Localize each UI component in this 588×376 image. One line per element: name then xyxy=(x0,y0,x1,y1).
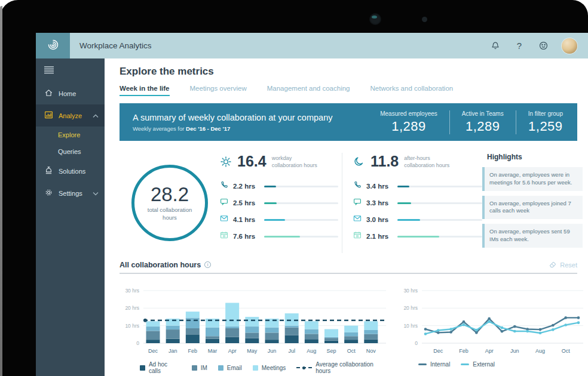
hamburger-menu-icon[interactable] xyxy=(36,58,105,82)
workplace-analytics-logo[interactable] xyxy=(36,33,70,58)
weekly-metrics-row: 28.2 total collaboration hours 16.4 work… xyxy=(120,141,577,258)
im-icon xyxy=(353,198,362,208)
calls-progress-bar xyxy=(264,186,338,187)
legend-internal: Internal xyxy=(418,361,450,368)
legend-ad-hoc-calls: Ad hoc calls xyxy=(140,361,181,374)
workday-email-row: 4.1 hrs xyxy=(220,214,338,225)
highlight-card: On average, employees sent 59 IMs each w… xyxy=(482,224,583,248)
meetings-icon xyxy=(353,231,362,242)
svg-text:30 hrs: 30 hrs xyxy=(125,288,139,294)
meetings-icon xyxy=(220,231,228,242)
page-title: Explore the metrics xyxy=(120,66,577,78)
workday-hours-value: 16.4 xyxy=(237,154,267,169)
banner-subtitle: Weekly averages for Dec '16 - Dec '17 xyxy=(133,125,368,132)
feedback-smiley-icon[interactable] xyxy=(538,41,549,51)
legend-im: IM xyxy=(192,365,207,371)
stat-in-filter-group: In filter group 1,259 xyxy=(516,110,575,134)
help-icon[interactable]: ? xyxy=(514,41,525,51)
im-icon xyxy=(220,198,228,208)
highlights-title: Highlights xyxy=(487,153,583,161)
sidebar-item-home[interactable]: Home xyxy=(36,82,105,104)
app-title: Workplace Analytics xyxy=(70,33,490,58)
svg-text:0: 0 xyxy=(415,340,418,346)
svg-text:20 hrs: 20 hrs xyxy=(125,305,139,311)
bar-chart-svg: 010 hrs20 hrs30 hrsDecJanFebMarAprMayJun… xyxy=(120,279,390,360)
metrics-divider xyxy=(342,153,342,253)
top-bar: Workplace Analytics ? xyxy=(36,33,588,58)
sidebar-item-explore[interactable]: Explore xyxy=(36,127,105,143)
after-hours-label: after-hours collaboration hours xyxy=(404,155,455,169)
legend-meetings: Meetings xyxy=(253,365,286,371)
svg-text:Nov: Nov xyxy=(366,348,376,354)
tab-management-and-coaching[interactable]: Management and coaching xyxy=(267,85,350,96)
legend-external: External xyxy=(461,361,495,368)
svg-text:Sep: Sep xyxy=(326,348,336,354)
banner-stats: Measured employees 1,289 Active in Teams… xyxy=(368,110,575,134)
email-progress-bar xyxy=(264,219,338,221)
sidebar-item-queries[interactable]: Queries xyxy=(36,143,105,160)
banner-title: A summary of weekly collaboration at you… xyxy=(133,113,368,122)
app-window: Workplace Analytics ? xyxy=(36,33,588,376)
email-icon xyxy=(220,214,228,225)
bar-chart-legend: Ad hoc calls IM Email Meetings Average c… xyxy=(140,361,390,374)
email-icon xyxy=(353,214,362,225)
tab-week-in-the-life[interactable]: Week in the life xyxy=(120,85,170,96)
svg-text:20 hrs: 20 hrs xyxy=(403,305,418,311)
stacked-bar-chart[interactable]: 010 hrs20 hrs30 hrsDecJanFebMarAprMayJun… xyxy=(120,279,390,374)
svg-text:10 hrs: 10 hrs xyxy=(125,323,139,329)
total-hours-label: total collaboration hours xyxy=(141,207,198,222)
moon-icon xyxy=(353,156,365,170)
camera-glint xyxy=(372,16,377,19)
after-email-row: 3.0 hrs xyxy=(353,214,482,225)
line-chart-legend: Internal External xyxy=(418,361,588,368)
solutions-flask-icon xyxy=(44,166,53,176)
banner-date-range: Dec '16 - Dec '17 xyxy=(186,125,230,132)
phone-icon xyxy=(353,181,362,192)
svg-text:Jan: Jan xyxy=(169,348,177,354)
internal-external-line-chart[interactable]: 010 hrs20 hrs30 hrsDecFebAprJunAugOct In… xyxy=(398,279,588,374)
stat-active-in-teams: Active in Teams 1,289 xyxy=(449,110,516,134)
topbar-icons: ? xyxy=(490,33,588,58)
svg-text:0: 0 xyxy=(136,340,139,346)
svg-text:Mar: Mar xyxy=(208,348,218,354)
sidebar-item-analyze[interactable]: Analyze xyxy=(36,104,105,127)
reset-button[interactable]: Reset xyxy=(549,260,577,269)
workday-hours-label: workday collaboration hours xyxy=(272,155,323,169)
after-meetings-row: 2.1 hrs xyxy=(353,231,482,242)
meetings-progress-bar xyxy=(397,236,482,238)
svg-text:Aug: Aug xyxy=(535,348,545,354)
calls-progress-bar xyxy=(397,186,482,187)
svg-text:Feb: Feb xyxy=(459,348,468,354)
chevron-up-icon[interactable] xyxy=(93,112,99,119)
svg-text:Apr: Apr xyxy=(228,348,237,354)
tablet-edge xyxy=(0,6,2,376)
gear-icon xyxy=(44,188,53,198)
after-calls-row: 3.4 hrs xyxy=(353,181,482,192)
info-icon[interactable]: i xyxy=(204,261,211,268)
sidebar-item-label: Settings xyxy=(59,190,82,197)
user-avatar[interactable] xyxy=(562,38,577,54)
tab-meetings-overview[interactable]: Meetings overview xyxy=(190,85,247,96)
sidebar-item-settings[interactable]: Settings xyxy=(36,182,105,204)
highlight-card: On average, employees joined 7 calls eac… xyxy=(482,196,583,220)
sidebar-item-label: Home xyxy=(59,90,76,97)
sidebar-item-label: Analyze xyxy=(59,112,82,119)
legend-average-line: Average collaboration hours xyxy=(296,361,390,374)
workday-meetings-row: 7.6 hrs xyxy=(220,231,338,242)
banner-text: A summary of weekly collaboration at you… xyxy=(133,113,368,132)
svg-text:Jul: Jul xyxy=(288,348,295,354)
notifications-bell-icon[interactable] xyxy=(490,41,501,51)
after-hours-value: 11.8 xyxy=(370,154,399,169)
highlight-card: On average, employees were in meetings f… xyxy=(482,167,583,191)
line-chart-svg: 010 hrs20 hrs30 hrsDecFebAprJunAugOct xyxy=(398,279,588,360)
svg-text:Dec: Dec xyxy=(433,348,443,354)
sidebar-item-solutions[interactable]: Solutions xyxy=(36,160,105,182)
charts-row: 010 hrs20 hrs30 hrsDecJanFebMarAprMayJun… xyxy=(120,279,577,374)
workday-im-row: 2.5 hrs xyxy=(220,198,338,208)
analyze-chart-icon xyxy=(44,110,53,121)
svg-text:Aug: Aug xyxy=(307,348,316,354)
tablet-camera xyxy=(369,13,381,25)
main-content: Explore the metrics Week in the life Mee… xyxy=(105,58,588,376)
tab-networks-and-collaboration[interactable]: Networks and collaboration xyxy=(370,85,454,96)
chevron-down-icon[interactable] xyxy=(93,190,99,197)
